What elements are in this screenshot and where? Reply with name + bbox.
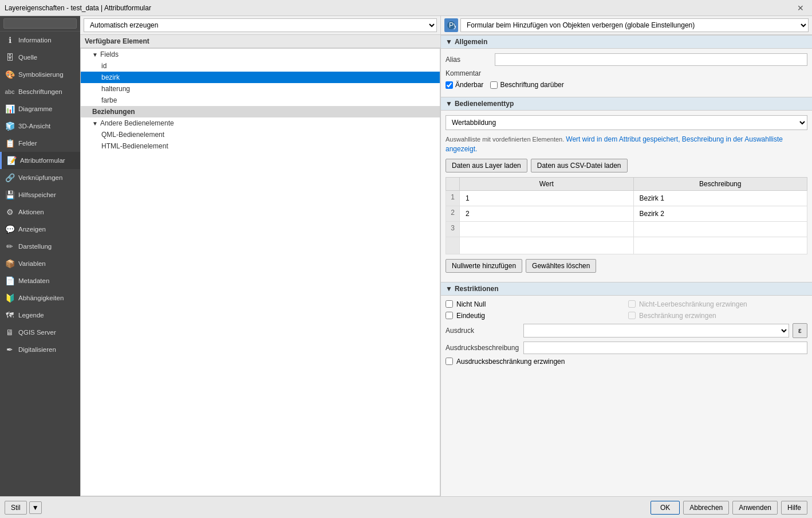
tree-item-html[interactable]: HTML-Bedienelement	[81, 140, 440, 152]
sidebar-item-legende[interactable]: 🗺 Legende	[0, 307, 80, 324]
farbe-label: farbe	[101, 96, 117, 104]
ausdruck-select[interactable]	[523, 324, 789, 338]
formular-select[interactable]: Formular beim Hinzufügen von Objekten ve…	[460, 18, 809, 32]
wert-input-3[interactable]	[464, 224, 629, 234]
wert-input-1[interactable]	[464, 193, 629, 203]
sidebar-item-variablen[interactable]: 📦 Variablen	[0, 255, 80, 272]
sidebar-item-metadaten[interactable]: 📄 Metadaten	[0, 272, 80, 289]
abbrechen-button[interactable]: Abbrechen	[683, 501, 729, 515]
eindeutig-checkbox[interactable]	[446, 312, 453, 319]
alias-input[interactable]	[495, 53, 807, 66]
eindeutig-label: Eindeutig	[456, 312, 485, 320]
sidebar-item-diagramme[interactable]: 📊 Diagramme	[0, 100, 80, 117]
qml-label: QML-Bedienelement	[101, 131, 164, 139]
cell-wert-3[interactable]	[460, 221, 634, 237]
sidebar-item-information[interactable]: ℹ Information	[0, 32, 80, 49]
section-allgemein: ▼ Allgemein Alias Kommentar Änderbar	[441, 35, 812, 97]
load-csv-button[interactable]: Daten aus CSV-Datei laden	[531, 159, 628, 172]
beschreibung-input-2[interactable]	[638, 209, 803, 219]
sidebar-item-attributformular[interactable]: 📝 Attributformular	[0, 152, 80, 169]
beschreibung-input-3[interactable]	[638, 224, 803, 234]
information-icon: ℹ	[5, 35, 15, 45]
mode-select[interactable]: Automatisch erzeugen Ziehe und Ablegen B…	[84, 18, 437, 32]
sidebar-item-anzeigen[interactable]: 💬 Anzeigen	[0, 221, 80, 238]
sidebar: ℹ Information 🗄 Quelle 🎨 Symbolisierung …	[0, 16, 80, 496]
ausdrucksbeschreibung-input[interactable]	[523, 342, 807, 354]
sidebar-item-qgis-server[interactable]: 🖥 QGIS Server	[0, 324, 80, 341]
sidebar-item-aktionen[interactable]: ⚙ Aktionen	[0, 203, 80, 221]
cell-beschreibung-2[interactable]	[633, 206, 807, 221]
hilfe-button[interactable]: Hilfe	[781, 501, 807, 515]
widget-type-select[interactable]: Wertabbildung Textbearbeitung Kontrollkä…	[446, 115, 807, 130]
python-button[interactable]: Py	[444, 18, 458, 32]
aenderbar-item: Änderbar	[446, 81, 483, 89]
ausdrucksbeschreibung-label: Ausdrucksbeschreibung	[446, 344, 520, 352]
section-allgemein-header[interactable]: ▼ Allgemein	[441, 35, 812, 49]
stil-button[interactable]: Stil	[5, 501, 27, 515]
sidebar-item-quelle[interactable]: 🗄 Quelle	[0, 49, 80, 66]
section-bedienelementtyp-header[interactable]: ▼ Bedienelementtyp	[441, 97, 812, 111]
verknupfungen-icon: 🔗	[5, 172, 15, 183]
tree-item-bezirk[interactable]: bezirk	[81, 72, 440, 83]
bottom-bar: Stil ▼ OK Abbrechen Anwenden Hilfe	[0, 496, 812, 518]
qgis-server-icon: 🖥	[5, 327, 15, 338]
tree-item-qml[interactable]: QML-Bedienelement	[81, 129, 440, 140]
beschreibung-input-1[interactable]	[638, 193, 803, 203]
nullwerte-button[interactable]: Nullwerte hinzufügen	[446, 259, 522, 273]
anwenden-button[interactable]: Anwenden	[732, 501, 778, 515]
beschriftung-checkbox[interactable]	[490, 81, 498, 89]
fields-group-label: Fields	[100, 50, 119, 58]
anzeigen-icon: 💬	[5, 224, 15, 234]
beziehungen-label: Beziehungen	[92, 108, 135, 116]
tree-andere-bedienelemente[interactable]: ▼ Andere Bedienelemente	[81, 117, 440, 129]
nicht-null-label: Nicht Null	[456, 300, 486, 308]
sidebar-item-beschriftungen[interactable]: abc Beschriftungen	[0, 83, 80, 100]
sidebar-item-hilfsspeicher[interactable]: 💾 Hilfsspeicher	[0, 186, 80, 203]
close-button[interactable]: ✕	[794, 2, 807, 14]
hilfsspeicher-icon: 💾	[5, 190, 15, 200]
data-load-buttons: Daten aus Layer laden Daten aus CSV-Date…	[446, 159, 807, 172]
sidebar-label-legende: Legende	[18, 312, 44, 319]
epsilon-button[interactable]: ε	[793, 323, 807, 338]
cell-wert-1[interactable]	[460, 190, 634, 206]
legende-icon: 🗺	[5, 310, 15, 320]
cell-beschreibung-1[interactable]	[633, 190, 807, 206]
section-restriktionen-header[interactable]: ▼ Restriktionen	[441, 282, 812, 296]
ausdrucksbeschraenkung-checkbox[interactable]	[446, 358, 453, 365]
aktionen-icon: ⚙	[5, 207, 15, 217]
search-bar	[0, 16, 80, 32]
quelle-icon: 🗄	[5, 52, 15, 62]
stil-arrow[interactable]: ▼	[29, 501, 42, 514]
search-input[interactable]	[3, 18, 77, 29]
sidebar-item-felder[interactable]: 📋 Felder	[0, 135, 80, 152]
tree-beziehungen[interactable]: Beziehungen	[81, 106, 440, 117]
col-wert: Wert	[460, 177, 634, 190]
restriktionen-title: Restriktionen	[455, 285, 499, 293]
loeschen-button[interactable]: Gewähltes löschen	[526, 259, 596, 273]
tree-item-id[interactable]: id	[81, 60, 440, 72]
allgemein-arrow: ▼	[446, 38, 452, 46]
sidebar-item-symbolisierung[interactable]: 🎨 Symbolisierung	[0, 66, 80, 83]
sidebar-item-abhängigkeiten[interactable]: 🔰 Abhängigkeiten	[0, 289, 80, 307]
aenderbar-checkbox[interactable]	[446, 81, 453, 89]
nicht-leerbeschraenkung-item: Nicht-Leerbeschränkung erzwingen	[628, 300, 807, 308]
sidebar-item-3d-ansicht[interactable]: 🧊 3D-Ansicht	[0, 117, 80, 135]
sidebar-label-diagramme: Diagramme	[18, 105, 52, 112]
wert-input-2[interactable]	[464, 209, 629, 219]
cell-beschreibung-3[interactable]	[633, 221, 807, 237]
ok-button[interactable]: OK	[651, 501, 680, 515]
bedienelementtyp-arrow: ▼	[446, 100, 452, 108]
sidebar-item-verknüpfungen[interactable]: 🔗 Verknüpfungen	[0, 169, 80, 186]
sidebar-item-digitalisieren[interactable]: ✒ Digitalisieren	[0, 341, 80, 358]
tree-fields-group[interactable]: ▼ Fields	[81, 49, 440, 60]
metadaten-icon: 📄	[5, 276, 15, 286]
tree-item-farbe[interactable]: farbe	[81, 95, 440, 106]
tree-item-halterung[interactable]: halterung	[81, 83, 440, 95]
load-layer-button[interactable]: Daten aus Layer laden	[446, 159, 527, 172]
bottom-right: OK Abbrechen Anwenden Hilfe	[651, 501, 807, 515]
sidebar-item-darstellung[interactable]: ✏ Darstellung	[0, 238, 80, 255]
cell-wert-2[interactable]	[460, 206, 634, 221]
ausdruck-row: Ausdruck ε	[446, 323, 807, 338]
halterung-label: halterung	[101, 85, 130, 93]
nicht-null-checkbox[interactable]	[446, 300, 453, 308]
